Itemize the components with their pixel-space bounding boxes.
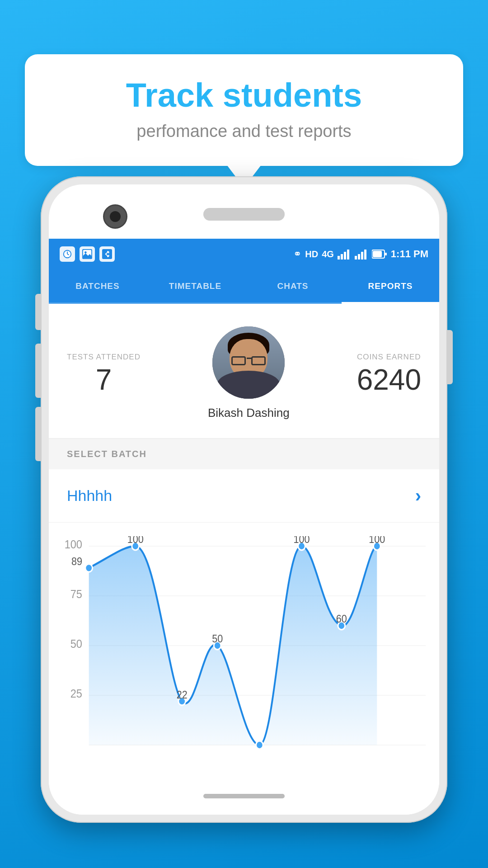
phone-outer: ⚭ HD 4G (41, 176, 447, 823)
svg-text:22: 22 (177, 688, 188, 700)
clock-icon (60, 246, 75, 262)
tab-batches[interactable]: BATCHES (49, 269, 146, 302)
svg-text:60: 60 (336, 613, 347, 625)
svg-text:100: 100 (65, 538, 82, 551)
profile-name: Bikash Dashing (208, 406, 290, 420)
coins-earned-stat: COINS EARNED 6240 (357, 353, 421, 394)
svg-text:25: 25 (70, 687, 82, 700)
volume-down-button (35, 407, 41, 461)
svg-text:75: 75 (70, 587, 82, 601)
svg-point-28 (85, 564, 93, 572)
svg-rect-14 (361, 252, 363, 259)
svg-rect-13 (358, 254, 360, 259)
home-bar (203, 794, 285, 798)
batch-name: Hhhhh (67, 487, 112, 505)
profile-center: Bikash Dashing (208, 326, 290, 420)
nav-tabs: BATCHES TIMETABLE CHATS REPORTS (49, 269, 439, 304)
avatar (212, 326, 285, 399)
svg-rect-10 (344, 252, 346, 259)
svg-rect-15 (364, 250, 366, 259)
svg-rect-11 (347, 250, 349, 259)
status-time: 1:11 PM (391, 248, 428, 260)
battery-icon (372, 249, 387, 259)
phone-container: ⚭ HD 4G (41, 176, 447, 868)
svg-point-6 (84, 251, 87, 254)
svg-rect-7 (102, 249, 112, 259)
svg-text:100: 100 (294, 536, 310, 546)
status-right: ⚭ HD 4G (293, 248, 428, 260)
svg-text:89: 89 (71, 555, 82, 567)
chevron-right-icon: › (415, 486, 421, 506)
hd-label: HD (305, 249, 318, 259)
profile-section: TESTS ATTENDED 7 (49, 304, 439, 439)
signal-icon-2 (355, 249, 368, 259)
image-icon (80, 246, 95, 262)
svg-text:50: 50 (70, 637, 82, 651)
tests-attended-stat: TESTS ATTENDED 7 (67, 353, 141, 394)
speech-bubble: Track students perfomance and test repor… (25, 54, 463, 166)
performance-chart: 100 75 50 25 (58, 536, 430, 785)
phone-inner: ⚭ HD 4G (49, 184, 439, 815)
bubble-title: Track students (52, 77, 436, 113)
svg-point-32 (256, 741, 263, 749)
camera (103, 204, 127, 229)
signal-icon (338, 249, 351, 259)
share-icon (99, 246, 115, 262)
svg-text:100: 100 (127, 536, 144, 546)
tab-chats[interactable]: CHATS (244, 269, 342, 302)
svg-rect-12 (355, 256, 357, 259)
bluetooth-icon: ⚭ (293, 248, 301, 260)
bubble-subtitle: perfomance and test reports (52, 122, 436, 141)
select-batch-label: SELECT BATCH (67, 449, 421, 459)
chart-section: 100 75 50 25 (49, 523, 439, 785)
status-bar: ⚭ HD 4G (49, 239, 439, 269)
mute-button (35, 294, 41, 330)
volume-up-button (35, 344, 41, 398)
svg-rect-17 (373, 251, 382, 257)
speaker (203, 208, 285, 221)
coins-earned-label: COINS EARNED (357, 353, 421, 362)
batch-item[interactable]: Hhhhh › (49, 469, 439, 523)
network-label: 4G (322, 249, 334, 259)
svg-rect-8 (338, 256, 340, 259)
status-left-icons (60, 246, 115, 262)
svg-rect-18 (385, 253, 387, 255)
svg-rect-9 (341, 254, 343, 259)
tab-timetable[interactable]: TIMETABLE (146, 269, 244, 302)
svg-text:50: 50 (212, 632, 223, 645)
select-batch-section: SELECT BATCH (49, 439, 439, 469)
power-button (447, 330, 453, 384)
tab-reports[interactable]: REPORTS (342, 269, 439, 302)
phone-screen: ⚭ HD 4G (49, 239, 439, 815)
svg-text:100: 100 (369, 536, 385, 546)
tests-attended-label: TESTS ATTENDED (67, 353, 141, 362)
tests-attended-value: 7 (67, 365, 141, 394)
coins-earned-value: 6240 (357, 365, 421, 394)
